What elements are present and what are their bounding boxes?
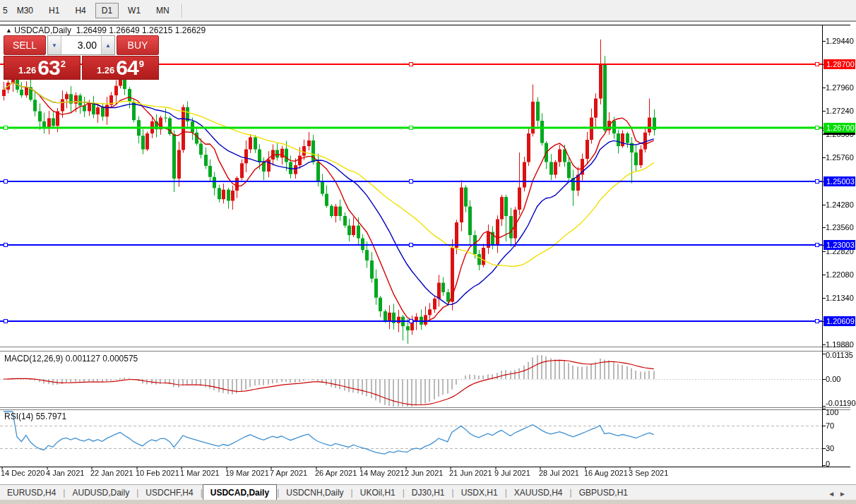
sell-price-sup: 2 <box>61 59 66 69</box>
chart-header: ▲ USDCAD,Daily 1.26499 1.26649 1.26215 1… <box>6 25 206 35</box>
macd-indicator-label: MACD(12,26,9) 0.001127 0.000575 <box>4 354 138 364</box>
date-axis-label: 7 Apr 2021 <box>270 469 307 477</box>
macd-axis-label: 0.00 <box>826 375 840 384</box>
timeframe-button-w1[interactable]: W1 <box>121 3 147 18</box>
chart-symbol-label: USDCAD,Daily <box>14 25 71 35</box>
price-axis-tick: 1.19880 <box>826 340 855 349</box>
date-axis-label: 4 Jan 2021 <box>46 469 84 477</box>
date-axis-label: 2 Jun 2021 <box>405 469 443 477</box>
symbol-tab-bar: EURUSD,H4|AUDUSD,Daily|USDCHF,H4|USDCAD,… <box>0 484 856 500</box>
rsi-value: 55.7971 <box>36 412 66 421</box>
date-axis-label: 19 Mar 2021 <box>225 469 269 477</box>
ohlc-low: 1.26215 <box>142 25 172 35</box>
price-level-tag: 1.25003 <box>824 176 855 186</box>
price-level-tag: 1.23003 <box>824 240 855 250</box>
date-axis-label: 26 Apr 2021 <box>315 469 357 477</box>
symbol-tab-audusd[interactable]: AUDUSD,Daily <box>65 486 136 500</box>
timeframe-toolbar: 5 M30H1H4D1W1MN <box>0 0 856 22</box>
date-axis-label: 3 Sep 2021 <box>629 469 668 477</box>
date-axis-label: 16 Aug 2021 <box>584 469 628 477</box>
ohlc-high: 1.26649 <box>109 25 139 35</box>
price-chart-canvas[interactable] <box>0 22 856 504</box>
ohlc-open: 1.26499 <box>76 25 107 35</box>
volume-stepper: ▼ ▲ <box>47 35 115 55</box>
price-axis-tick: 1.29440 <box>826 37 855 46</box>
sell-price-big: 63 <box>37 58 59 78</box>
volume-input[interactable] <box>61 36 101 54</box>
sell-price-prefix: 1.26 <box>18 64 36 78</box>
chart-window: ▲ USDCAD,Daily 1.26499 1.26649 1.26215 1… <box>0 22 856 504</box>
price-axis-tick: 1.23560 <box>826 223 855 232</box>
price-level-tag: 1.28700 <box>824 59 855 69</box>
symbol-tab-usdx[interactable]: USDX,H1 <box>454 486 505 500</box>
toolbar-separator <box>182 4 183 18</box>
price-level-tag: 1.26700 <box>824 123 855 133</box>
date-axis-label: 14 Dec 2020 <box>1 469 44 477</box>
status-strip <box>0 500 856 504</box>
symbol-tab-dj30[interactable]: DJ30,H1 <box>405 486 452 500</box>
timeframe-button-h4[interactable]: H4 <box>69 3 92 18</box>
date-axis-label: 10 Feb 2021 <box>136 469 179 477</box>
timeframe-button-d1[interactable]: D1 <box>95 3 119 18</box>
volume-decrease-icon[interactable]: ▼ <box>48 36 61 54</box>
timeframe-button-h1[interactable]: H1 <box>42 3 66 18</box>
timeframe-button-partial[interactable]: 5 <box>1 4 9 18</box>
symbol-tab-usdchf[interactable]: USDCHF,H4 <box>138 486 200 500</box>
buy-price-prefix: 1.26 <box>97 64 114 78</box>
macd-axis-label: 0.01135 <box>826 351 853 360</box>
date-axis-label: 21 Jun 2021 <box>449 469 492 477</box>
timeframe-button-m30[interactable]: M30 <box>11 3 40 18</box>
buy-button[interactable]: BUY <box>117 35 159 55</box>
sell-price-box[interactable]: 1.26 63 2 <box>4 56 81 80</box>
price-axis-tick: 1.24280 <box>826 200 855 210</box>
date-axis-label: 14 May 2021 <box>359 469 405 477</box>
sell-button[interactable]: SELL <box>4 35 46 55</box>
macd-value-main: 0.001127 <box>66 354 100 364</box>
tab-scroll-right-icon: ► <box>839 490 850 498</box>
buy-price-box[interactable]: 1.26 64 9 <box>82 56 159 80</box>
tab-scroll-left-icon: ◄ <box>828 490 839 498</box>
symbol-tab-eurusd[interactable]: EURUSD,H4 <box>0 486 63 500</box>
rsi-indicator-label: RSI(14) 55.7971 <box>4 412 66 421</box>
symbol-tab-gbpusd[interactable]: GBPUSD,H1 <box>572 486 635 500</box>
date-axis-label: 1 Mar 2021 <box>180 469 220 477</box>
rsi-axis-label: 30 <box>826 444 834 453</box>
one-click-trade-widget: SELL ▼ ▲ BUY 1.26 63 2 1.26 64 9 <box>4 35 159 80</box>
buy-price-sup: 9 <box>139 59 144 69</box>
price-axis-tick: 1.22080 <box>826 270 855 280</box>
price-axis-tick: 1.27240 <box>826 107 855 116</box>
macd-axis-label: -0.011904 <box>826 399 856 408</box>
tab-scroll-arrows[interactable]: ◄► <box>828 490 856 500</box>
buy-price-big: 64 <box>116 58 138 78</box>
ohlc-close: 1.26629 <box>175 25 206 35</box>
date-axis-label: 28 Jul 2021 <box>539 469 579 477</box>
macd-value-signal: 0.000575 <box>102 354 138 364</box>
volume-increase-icon[interactable]: ▲ <box>101 36 114 54</box>
rsi-axis-label: 0 <box>826 460 830 469</box>
symbol-tab-usdcad[interactable]: USDCAD,Daily <box>203 484 277 501</box>
rsi-axis-label: 100 <box>826 408 838 417</box>
rsi-axis-label: 70 <box>826 421 834 431</box>
price-axis-tick: 1.27960 <box>826 83 855 92</box>
price-level-tag: 1.20609 <box>824 316 855 326</box>
symbol-tab-usdcnh[interactable]: USDCNH,Daily <box>279 486 350 500</box>
price-axis-tick: 1.25760 <box>826 153 855 162</box>
date-axis-label: 22 Jan 2021 <box>90 469 133 477</box>
collapse-triangle-icon[interactable]: ▲ <box>6 27 12 34</box>
date-axis-label: 9 Jul 2021 <box>494 469 530 477</box>
timeframe-button-mn[interactable]: MN <box>150 3 176 18</box>
price-axis-tick: 1.21340 <box>826 294 855 303</box>
symbol-tab-xauusd[interactable]: XAUUSD,H4 <box>507 486 570 500</box>
symbol-tab-ukoil[interactable]: UKOil,H1 <box>353 486 403 500</box>
